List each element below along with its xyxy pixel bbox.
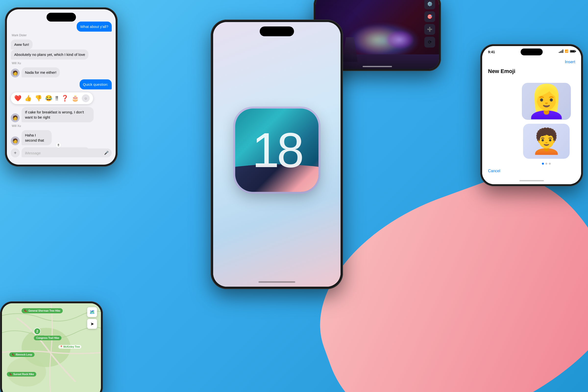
messages-input-bar: + iMessage 🎤 <box>11 148 112 157</box>
game-button-2[interactable]: 🎯 <box>424 11 435 22</box>
sender-label-mark: Mark Disler <box>12 34 112 37</box>
reaction-badge-exclamation: ‼️ <box>58 143 59 147</box>
reaction-thumbs-down[interactable]: 👎 <box>35 95 42 102</box>
sender-label-will-2: Will Xu <box>12 124 112 128</box>
message-bubble-plans[interactable]: Absolutely no plans yet, which I kind of… <box>11 50 88 60</box>
new-emoji-title: New Emoji <box>488 68 515 74</box>
insert-button[interactable]: Insert <box>565 60 575 64</box>
game-button-1[interactable]: ⚙️ <box>424 0 435 9</box>
avatar-will-2: 🧑 <box>11 136 20 145</box>
battery-icon <box>570 50 575 53</box>
reaction-bar[interactable]: ❤️ 👍 👎 😂 ‼️ ❓ 🎂 ☺️ <box>11 92 93 104</box>
map-screen: 🥾 General Sherman Tree Hike 2 Congress T… <box>2 303 101 392</box>
reaction-question[interactable]: ❓ <box>61 95 68 102</box>
game-ui-controls[interactable]: ⚙️ 🎯 ➕ ⟳ <box>424 0 435 48</box>
reaction-heart[interactable]: ❤️ <box>14 95 22 102</box>
avatar-sender-cake: 🧑 <box>11 114 20 122</box>
reaction-add-button[interactable]: ☺️ <box>82 94 90 102</box>
game-button-4[interactable]: ⟳ <box>424 37 435 48</box>
status-time: 9:41 <box>488 50 495 54</box>
message-bubble-cake[interactable]: If cake for breakfast is wrong, I don't … <box>22 107 94 122</box>
memoji-dot-3 <box>549 163 551 165</box>
map-marker-congress[interactable]: 2 Congress Trail Hike +1 more <box>34 328 44 337</box>
ios18-icon[interactable]: 18 <box>235 108 318 192</box>
reaction-thumbs-up[interactable]: 👍 <box>24 95 32 102</box>
cancel-button[interactable]: Cancel <box>488 169 500 173</box>
map-label-mckinley: 📍 McKinley Tree <box>58 345 81 349</box>
ios18-phone: 18 <box>211 20 343 289</box>
memoji-card-2[interactable]: 🧑‍🦱 <box>523 124 570 159</box>
imessage-placeholder: iMessage <box>25 151 41 155</box>
message-with-avatar-will: 🧑 Nada for me either! <box>11 68 112 78</box>
signal-icon <box>559 50 563 53</box>
messages-screen: What about y'all? Mark Disler Aww fun! A… <box>7 9 116 165</box>
map-content[interactable]: 🥾 General Sherman Tree Hike 2 Congress T… <box>2 303 101 392</box>
map-phone: 🥾 General Sherman Tree Hike 2 Congress T… <box>0 301 103 392</box>
avatar-will: 🧑 <box>11 68 20 78</box>
game-button-3[interactable]: ➕ <box>424 24 435 35</box>
map-controls[interactable]: 🗺️ ➤ <box>87 307 97 329</box>
memoji-dot-1 <box>542 163 544 165</box>
emoji-screen: 9:41 📶 Insert <box>482 46 581 184</box>
emoji-content: 9:41 📶 Insert <box>482 46 581 184</box>
wifi-icon: 📶 <box>565 50 568 53</box>
message-bubble-quick-question[interactable]: Quick question: <box>80 80 112 90</box>
mic-icon: 🎤 <box>104 151 109 155</box>
map-layers-button[interactable]: 🗺️ <box>87 307 97 317</box>
memoji-face-2: 🧑‍🦱 <box>531 129 562 153</box>
message-group-sent-1: What about y'all? <box>11 22 112 32</box>
message-bubble-haha[interactable]: Haha I second that <box>22 130 52 145</box>
message-group-mark: Aww fun! Absolutely no plans yet, which … <box>11 40 112 60</box>
messages-content[interactable]: What about y'all? Mark Disler Aww fun! A… <box>7 9 116 165</box>
memoji-pagination <box>542 163 551 165</box>
memoji-face-1: 👱‍♀️ <box>526 85 566 117</box>
dynamic-island-center <box>260 26 294 36</box>
message-bubble-aww[interactable]: Aww fun! <box>11 40 32 50</box>
ios18-screen: 18 <box>213 22 340 287</box>
message-cake-group: 🧑 If cake for breakfast is wrong, I don'… <box>11 107 112 122</box>
message-add-button[interactable]: + <box>11 148 20 157</box>
reaction-haha[interactable]: 😂 <box>45 95 52 102</box>
dynamic-island-emoji <box>520 48 543 55</box>
dynamic-island-messages <box>46 13 76 22</box>
sender-label-will-1: Will Xu <box>12 62 112 65</box>
emoji-phone: 9:41 📶 Insert <box>480 44 583 186</box>
status-icons: 📶 <box>559 50 575 53</box>
memoji-area: 👱‍♀️ 🧑‍🦱 <box>512 83 581 165</box>
map-location-button[interactable]: ➤ <box>87 319 97 329</box>
reaction-exclamation[interactable]: ‼️ <box>55 95 58 102</box>
message-bubble-sent[interactable]: What about y'all? <box>77 22 112 32</box>
message-group-quick-question: Quick question: <box>11 80 112 90</box>
message-bubble-nada[interactable]: Nada for me either! <box>22 68 60 78</box>
ios18-icon-background: 18 <box>235 108 318 192</box>
imessage-input[interactable]: iMessage 🎤 <box>22 148 112 157</box>
reaction-cake[interactable]: 🎂 <box>72 95 79 102</box>
memoji-card-1[interactable]: 👱‍♀️ <box>522 83 571 120</box>
messages-phone: What about y'all? Mark Disler Aww fun! A… <box>5 7 118 166</box>
message-wrapper-cake: If cake for breakfast is wrong, I don't … <box>22 107 112 122</box>
ios18-version-number: 18 <box>252 126 302 175</box>
memoji-dot-2 <box>545 163 547 165</box>
map-terrain-svg <box>2 303 101 392</box>
